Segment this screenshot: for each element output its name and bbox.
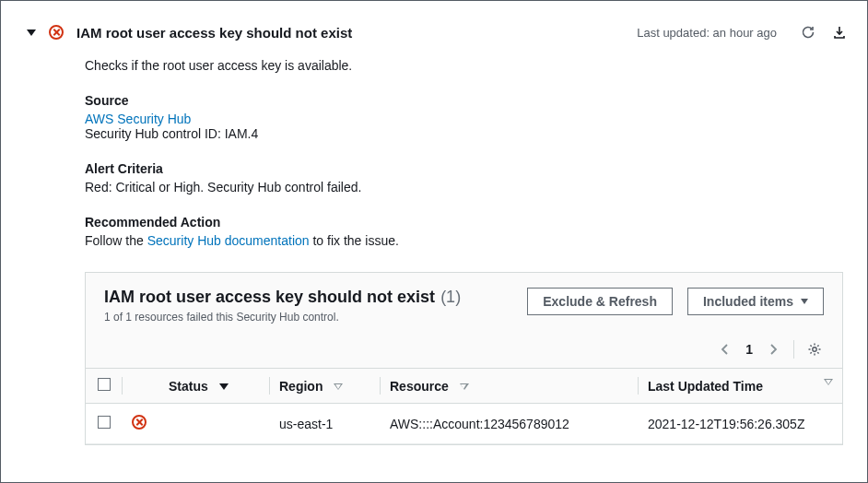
recommended-prefix: Follow the xyxy=(85,233,147,248)
prev-page-icon[interactable] xyxy=(716,340,734,359)
panel-subtitle: 1 of 1 resources failed this Security Hu… xyxy=(104,311,512,324)
documentation-link[interactable]: Security Hub documentation xyxy=(147,233,310,248)
results-panel: IAM root user access key should not exis… xyxy=(85,272,843,445)
finding-description: Checks if the root user access key is av… xyxy=(85,58,843,73)
sort-icon xyxy=(334,383,343,390)
cell-last-updated: 2021-12-12T19:56:26.305Z xyxy=(639,404,842,444)
column-status-label: Status xyxy=(169,379,208,394)
column-last-updated-label: Last Updated Time xyxy=(648,379,763,394)
included-items-label: Included items xyxy=(703,294,793,309)
resources-table: Status Region Resource Last Updated xyxy=(86,368,842,444)
column-region-label: Region xyxy=(279,379,323,394)
exclude-refresh-button[interactable]: Exclude & Refresh xyxy=(527,288,673,315)
pager-divider xyxy=(793,340,794,359)
row-checkbox[interactable] xyxy=(98,416,111,429)
select-all-checkbox[interactable] xyxy=(98,378,111,391)
chevron-down-icon xyxy=(801,299,808,304)
column-resource[interactable]: Resource xyxy=(381,369,639,404)
cell-resource: AWS::::Account:123456789012 xyxy=(381,404,639,444)
sort-icon xyxy=(460,383,469,390)
column-last-updated[interactable]: Last Updated Time xyxy=(639,369,842,404)
download-icon[interactable] xyxy=(830,23,849,41)
next-page-icon[interactable] xyxy=(764,340,782,359)
column-resource-label: Resource xyxy=(390,379,449,394)
recommended-action-section: Recommended Action Follow the Security H… xyxy=(85,215,843,248)
panel-title: IAM root user access key should not exis… xyxy=(104,288,435,307)
last-updated-label: Last updated: an hour ago xyxy=(637,26,777,40)
finding-title: IAM root user access key should not exis… xyxy=(76,25,624,41)
alert-criteria-label: Alert Criteria xyxy=(85,161,843,176)
table-row[interactable]: us-east-1 AWS::::Account:123456789012 20… xyxy=(86,404,842,444)
svg-point-0 xyxy=(813,348,816,351)
cell-region: us-east-1 xyxy=(270,404,381,444)
exclude-refresh-label: Exclude & Refresh xyxy=(543,294,657,309)
source-section: Source AWS Security Hub Security Hub con… xyxy=(85,93,843,141)
recommended-action-label: Recommended Action xyxy=(85,215,843,230)
page-number: 1 xyxy=(745,342,753,357)
source-label: Source xyxy=(85,93,843,108)
refresh-icon[interactable] xyxy=(799,23,817,41)
source-link[interactable]: AWS Security Hub xyxy=(85,112,191,126)
column-status[interactable]: Status xyxy=(159,369,270,404)
sort-icon xyxy=(824,379,833,385)
alert-criteria-section: Alert Criteria Red: Critical or High. Se… xyxy=(85,161,843,194)
control-id-text: Security Hub control ID: IAM.4 xyxy=(85,126,843,141)
recommended-suffix: to fix the issue. xyxy=(310,233,399,248)
panel-count: (1) xyxy=(440,288,461,307)
settings-gear-icon[interactable] xyxy=(805,340,824,359)
included-items-button[interactable]: Included items xyxy=(687,288,824,315)
sort-desc-icon xyxy=(219,383,229,390)
row-status-fail-icon xyxy=(132,415,147,430)
column-region[interactable]: Region xyxy=(270,369,381,404)
alert-criteria-text: Red: Critical or High. Security Hub cont… xyxy=(85,180,843,194)
status-fail-icon xyxy=(49,25,64,40)
collapse-caret-icon[interactable] xyxy=(27,29,36,36)
